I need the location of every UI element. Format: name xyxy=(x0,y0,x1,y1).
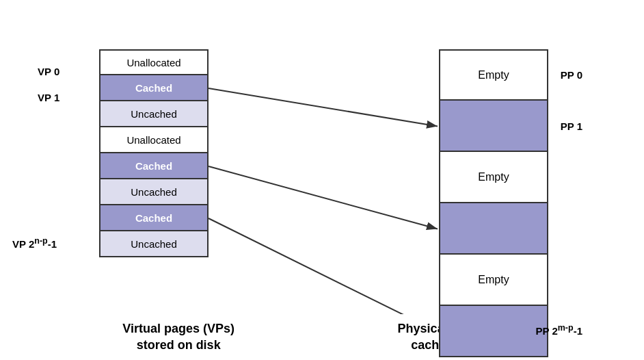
vp-labels: VP 0VP 1 xyxy=(38,58,59,110)
pm-block-1 xyxy=(439,101,548,152)
pm-block-5 xyxy=(439,306,548,357)
vp-label-0: VP 0 xyxy=(38,58,59,84)
pm-block-3 xyxy=(439,203,548,255)
vm-block-3: Unallocated xyxy=(99,127,209,153)
pp-label-0: PP 0 xyxy=(555,49,582,101)
pp-label-3 xyxy=(555,203,582,255)
vm-block-7: Uncached xyxy=(99,231,209,257)
pp-labels: PP 0PP 1 xyxy=(555,49,582,357)
arrow-0 xyxy=(209,88,438,127)
vm-block-4: Cached xyxy=(99,153,209,179)
vm-block-0: Unallocated xyxy=(99,49,209,75)
diagram-area: UnallocatedCachedUncachedUnallocatedCach… xyxy=(0,0,644,314)
vm-block-1: Cached xyxy=(99,75,209,101)
vm-blocks: UnallocatedCachedUncachedUnallocatedCach… xyxy=(99,49,209,257)
vp-label-1: VP 1 xyxy=(38,84,59,110)
pp-label-4 xyxy=(555,255,582,306)
main-container: UnallocatedCachedUncachedUnallocatedCach… xyxy=(0,0,644,360)
vm-block-6: Cached xyxy=(99,205,209,231)
pp-label-1: PP 1 xyxy=(555,101,582,152)
pm-block-0: Empty xyxy=(439,49,548,101)
arrow-2 xyxy=(209,218,438,314)
pm-blocks: EmptyEmptyEmpty xyxy=(439,49,548,357)
pp-label-bottom: PP 2m-p-1 xyxy=(535,323,582,337)
pp-label-2 xyxy=(555,152,582,203)
pm-block-4: Empty xyxy=(439,255,548,306)
vp-bottom-label: VP 2n-p-1 xyxy=(12,236,57,250)
arrow-1 xyxy=(209,166,438,229)
pm-block-2: Empty xyxy=(439,152,548,203)
vm-block-2: Uncached xyxy=(99,101,209,127)
caption-left: Virtual pages (VPs)stored on disk xyxy=(122,321,234,353)
vm-block-5: Uncached xyxy=(99,179,209,205)
